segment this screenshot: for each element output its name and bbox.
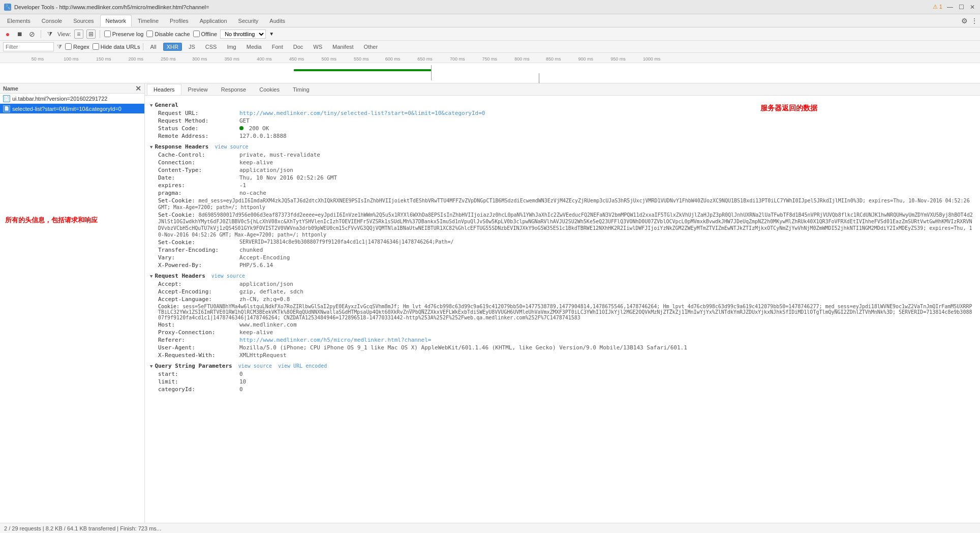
type-manifest[interactable]: Manifest [329, 43, 357, 51]
tab-elements[interactable]: Elements [2, 15, 36, 27]
detail-tab-headers[interactable]: Headers [147, 84, 181, 95]
devtools-icon: 🔧 [4, 4, 11, 11]
remote-address-label: Remote Address: [158, 133, 239, 139]
accept-label: Accept: [158, 281, 239, 287]
type-xhr[interactable]: XHR [163, 43, 182, 51]
offline-label[interactable]: Offline [193, 31, 218, 37]
request-list: Name ✕ 📄 ui.tabbar.html?version=20160229… [0, 83, 145, 523]
type-img[interactable]: Img [223, 43, 239, 51]
category-id-label: categoryId: [158, 386, 239, 393]
tab-timeline[interactable]: Timeline [133, 15, 164, 27]
regex-label[interactable]: Regex [65, 43, 89, 50]
preserve-log-label[interactable]: Preserve log [104, 31, 144, 37]
funnel-icon: ⧩ [57, 43, 62, 50]
timeline-mark-400: 400 ms [257, 56, 272, 62]
filter-toggle[interactable]: ⧩ [45, 29, 54, 39]
request-item-1[interactable]: 📄 ui.tabbar.html?version=201602291722 [0, 94, 144, 104]
settings-icon[interactable]: ⚙ [961, 17, 968, 25]
detail-content[interactable]: General Request URL: http://www.medlinke… [145, 96, 980, 523]
transfer-encoding-value: chunked [239, 247, 263, 253]
user-agent-value: Mozilla/5.0 (iPhone; CPU iPhone OS 9_1 l… [239, 344, 687, 351]
request-headers-view-source[interactable]: view source [211, 273, 245, 279]
set-cookie-2-value: 8d6985980017d956e006d3eaf87373fdd2eeee=e… [158, 212, 973, 238]
pragma-row: pragma: no-cache [150, 190, 975, 196]
accept-encoding-value: gzip, deflate, sdch [239, 288, 303, 295]
timeline-mark-300: 300 ms [192, 56, 207, 62]
title-bar: 🔧 Developer Tools - http://www.medlinker… [0, 0, 980, 14]
accept-encoding-label: Accept-Encoding: [158, 288, 239, 295]
type-other[interactable]: Other [360, 43, 382, 51]
hide-data-urls-checkbox[interactable] [93, 43, 99, 50]
content-type-label: Content-Type: [158, 167, 239, 173]
more-icon[interactable]: ⋮ [971, 17, 978, 25]
tab-audits[interactable]: Audits [264, 15, 290, 27]
disable-cache-checkbox[interactable] [146, 31, 153, 37]
maximize-button[interactable]: ☐ [958, 4, 965, 11]
request-item-name-1: ui.tabbar.html?version=201602291722 [12, 96, 107, 102]
regex-checkbox[interactable] [65, 43, 72, 50]
close-button[interactable]: ✕ [969, 4, 976, 11]
separator-2 [100, 30, 100, 38]
x-powered-by-value: PHP/5.6.14 [239, 262, 273, 269]
timeline-mark-450: 450 ms [289, 56, 304, 62]
timeline-mark-950: 950 ms [610, 56, 626, 62]
transfer-encoding-label: Transfer-Encoding: [158, 247, 239, 253]
type-ws[interactable]: WS [310, 43, 326, 51]
hide-data-urls-label[interactable]: Hide data URLs [93, 43, 140, 50]
filter-input[interactable] [3, 42, 54, 51]
timeline-mark-100: 100 ms [64, 56, 79, 62]
request-method-label: Request Method: [158, 117, 239, 124]
detail-tab-cookies[interactable]: Cookies [253, 84, 286, 95]
request-list-header: Name ✕ [0, 83, 144, 94]
stop-button[interactable]: ⏹ [15, 29, 24, 39]
clear-button[interactable]: ⊘ [27, 29, 37, 39]
x-powered-by-label: X-Powered-By: [158, 262, 239, 269]
proxy-connection-row: Proxy-Connection: keep-alive [150, 329, 975, 336]
view-label: View: [57, 31, 71, 37]
tab-application[interactable]: Application [195, 15, 232, 27]
view-grid-icon[interactable]: ⊞ [86, 29, 96, 39]
tab-security[interactable]: Security [233, 15, 264, 27]
tab-sources[interactable]: Sources [68, 15, 99, 27]
throttling-select[interactable]: No throttling [220, 29, 266, 39]
preserve-log-checkbox[interactable] [104, 31, 111, 37]
type-css[interactable]: CSS [202, 43, 221, 51]
view-list-icon[interactable]: ≡ [74, 29, 83, 39]
cookie-row: Cookie: sess=5eFTU0ANBhYMa4w6lstquLNdkFX… [150, 304, 975, 320]
query-params-url-encoded[interactable]: view URL encoded [278, 363, 327, 369]
type-font[interactable]: Font [268, 43, 287, 51]
content-type-value: application/json [239, 167, 293, 173]
detail-tab-timing[interactable]: Timing [286, 84, 316, 95]
query-params-title: Query String Parameters [155, 363, 232, 369]
request-url-value: http://www.medlinker.com/tiny/selected-l… [239, 110, 485, 116]
timeline-mark-150: 150 ms [96, 56, 111, 62]
type-all[interactable]: All [146, 43, 160, 51]
alert-badge: ⚠ 1 [933, 4, 942, 10]
status-code-row: Status Code: 200 OK [150, 125, 975, 132]
timeline-mark-50: 50 ms [32, 56, 44, 62]
tab-console[interactable]: Console [37, 15, 67, 27]
query-params-view-source[interactable]: view source [238, 363, 272, 369]
detail-tab-response[interactable]: Response [215, 84, 253, 95]
tab-network[interactable]: Network [100, 15, 132, 27]
detail-tab-preview[interactable]: Preview [181, 84, 215, 95]
title-bar-left: 🔧 Developer Tools - http://www.medlinker… [4, 4, 209, 11]
type-js[interactable]: JS [185, 43, 199, 51]
close-panel-button[interactable]: ✕ [135, 84, 141, 93]
record-button[interactable]: ● [3, 29, 12, 39]
request-headers-section-header: Request Headers view source [150, 273, 975, 279]
timeline-bar-request [294, 69, 431, 71]
throttling-dropdown-icon[interactable]: ▼ [269, 31, 274, 37]
type-media[interactable]: Media [243, 43, 265, 51]
minimize-button[interactable]: — [946, 4, 954, 11]
response-headers-view-source[interactable]: view source [215, 144, 248, 150]
tab-profiles[interactable]: Profiles [165, 15, 194, 27]
disable-cache-label[interactable]: Disable cache [146, 31, 190, 37]
vary-row: Vary: Accept-Encoding [150, 254, 975, 261]
request-item-2[interactable]: 📄 selected-list?start=0&limit=10&categor… [0, 104, 144, 114]
cache-control-value: private, must-revalidate [239, 152, 320, 158]
status-dot [239, 126, 243, 130]
request-items: 📄 ui.tabbar.html?version=201602291722 📄 … [0, 94, 144, 523]
offline-checkbox[interactable] [193, 31, 200, 37]
type-doc[interactable]: Doc [290, 43, 307, 51]
